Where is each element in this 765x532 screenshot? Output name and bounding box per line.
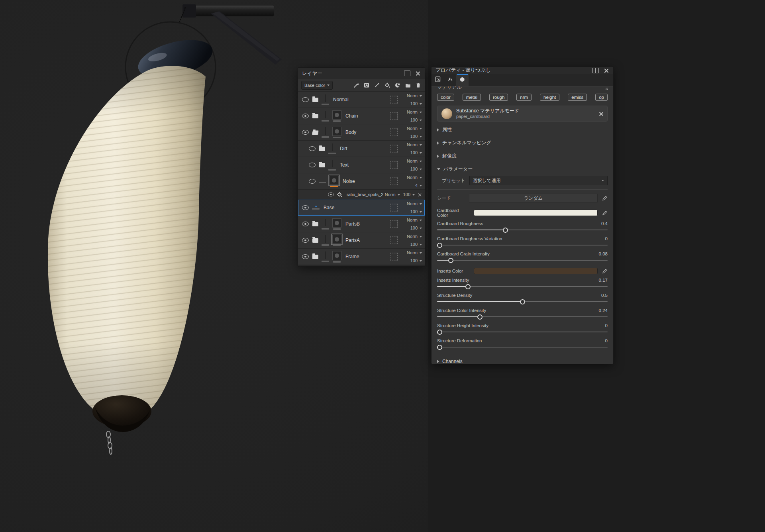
visibility-eye-icon[interactable] xyxy=(328,192,333,196)
visibility-eye-icon[interactable] xyxy=(302,238,309,243)
layer-content-slot[interactable] xyxy=(390,253,398,261)
opacity-dropdown[interactable]: 100 xyxy=(410,209,422,214)
opacity-dropdown[interactable]: 100 xyxy=(410,258,422,263)
slider-handle[interactable] xyxy=(465,284,471,289)
mask-thumbnail[interactable] xyxy=(332,235,341,244)
param-slider[interactable] xyxy=(437,242,608,248)
tab-fill-settings[interactable] xyxy=(432,74,444,86)
slider-handle[interactable] xyxy=(437,243,442,248)
layer-content-slot[interactable] xyxy=(390,129,398,136)
add-folder-icon[interactable] xyxy=(404,82,411,89)
opacity-dropdown[interactable]: 100 xyxy=(410,167,422,171)
layer-row-Base[interactable]: BaseNorm100 xyxy=(298,200,425,216)
opacity-dropdown[interactable]: 100 xyxy=(403,192,415,197)
close-icon[interactable] xyxy=(604,68,609,73)
layer-row-Dirt[interactable]: DirtNorm100 xyxy=(298,141,425,157)
blend-mode-dropdown[interactable]: Norm xyxy=(407,234,422,239)
color-swatch[interactable] xyxy=(474,268,598,274)
visibility-eye-icon[interactable] xyxy=(302,205,309,210)
opacity-dropdown[interactable]: 4 xyxy=(415,183,422,188)
remove-effect-icon[interactable] xyxy=(418,193,422,196)
material-mode-card[interactable]: Substance マテリアルモード paper_cardboard xyxy=(437,106,608,122)
folder-icon[interactable] xyxy=(319,163,325,167)
opacity-dropdown[interactable]: 100 xyxy=(410,150,422,155)
blend-mode-dropdown[interactable]: Norm xyxy=(407,250,422,255)
visibility-eye-icon[interactable] xyxy=(302,114,309,118)
blend-mode-dropdown[interactable]: Norm xyxy=(407,126,422,131)
layer-thumbnail[interactable] xyxy=(325,94,326,102)
channel-chip-nrm[interactable]: nrm xyxy=(516,94,532,101)
layer-thumbnail[interactable] xyxy=(332,143,333,151)
opacity-dropdown[interactable]: 100 xyxy=(410,118,422,122)
paint-brush-icon[interactable] xyxy=(373,82,380,89)
blend-mode-dropdown[interactable]: Norm xyxy=(407,110,422,114)
channel-chip-color[interactable]: color xyxy=(437,94,454,101)
channel-chip-metal[interactable]: metal xyxy=(463,94,481,101)
mask-thumbnail[interactable] xyxy=(332,110,341,120)
visibility-eye-icon[interactable] xyxy=(302,254,309,259)
pencil-icon[interactable] xyxy=(602,210,608,216)
close-icon[interactable] xyxy=(415,71,421,76)
folder-icon[interactable] xyxy=(312,238,318,243)
blend-mode-dropdown[interactable]: Norm xyxy=(407,175,422,180)
delete-trash-icon[interactable] xyxy=(415,82,422,89)
effect-row-ratio_bnw_spots_2[interactable]: ratio_bnw_spots_2Norm100 xyxy=(298,190,425,199)
visibility-eye-icon[interactable] xyxy=(309,163,316,167)
param-slider[interactable] xyxy=(437,344,608,350)
channel-filter-dropdown[interactable]: Base color xyxy=(301,81,333,90)
slider-handle[interactable] xyxy=(520,299,525,304)
preset-select[interactable]: 選択して適用 xyxy=(469,176,608,185)
slider-handle[interactable] xyxy=(477,314,483,320)
fill-bucket-icon[interactable] xyxy=(384,82,390,89)
opacity-dropdown[interactable]: 100 xyxy=(410,134,422,139)
layer-row-PartsA[interactable]: PartsANorm100 xyxy=(298,232,425,248)
layer-content-slot[interactable] xyxy=(390,112,398,120)
visibility-eye-icon[interactable] xyxy=(302,97,309,102)
layer-content-slot[interactable] xyxy=(390,96,398,104)
opacity-dropdown[interactable]: 100 xyxy=(410,226,422,230)
layer-content-slot[interactable] xyxy=(390,204,398,212)
layer-row-PartsB[interactable]: PartsBNorm100 xyxy=(298,216,425,232)
slider-handle[interactable] xyxy=(437,345,442,350)
layer-row-Noise[interactable]: NoiseNorm4 xyxy=(298,173,425,189)
layer-content-slot[interactable] xyxy=(390,161,398,169)
visibility-eye-icon[interactable] xyxy=(302,222,309,226)
param-slider[interactable] xyxy=(437,257,608,263)
layer-row-Normal[interactable]: NormalNorm100 xyxy=(298,92,425,108)
mask-thumbnail[interactable] xyxy=(332,218,341,228)
layer-row-Chain[interactable]: ChainNorm100 xyxy=(298,108,425,124)
section-channel-mapping[interactable]: チャンネルマッピング xyxy=(432,136,613,149)
layer-row-Text[interactable]: TextNorm100 xyxy=(298,157,425,173)
layer-thumbnail[interactable] xyxy=(332,160,333,167)
visibility-eye-icon[interactable] xyxy=(302,130,309,135)
split-window-icon[interactable] xyxy=(404,71,410,76)
mask-thumbnail[interactable] xyxy=(330,176,339,185)
projection-icon[interactable] xyxy=(363,82,370,89)
channel-chip-emiss[interactable]: emiss xyxy=(568,94,587,101)
blend-mode-dropdown[interactable]: Norm xyxy=(407,201,422,206)
blend-mode-dropdown[interactable]: Norm xyxy=(407,93,422,98)
effects-wand-icon[interactable] xyxy=(353,82,359,89)
collapse-all-icon[interactable] xyxy=(604,86,609,90)
param-slider[interactable] xyxy=(437,284,608,289)
seed-random-button[interactable]: ランダム xyxy=(469,194,598,202)
tab-material[interactable] xyxy=(456,74,469,86)
slider-handle[interactable] xyxy=(448,258,453,263)
param-slider[interactable] xyxy=(437,329,608,335)
layer-thumbnail[interactable] xyxy=(325,251,326,259)
param-slider[interactable] xyxy=(437,299,608,304)
pencil-icon[interactable] xyxy=(602,195,608,201)
layer-row-Frame[interactable]: FrameNorm100 xyxy=(298,249,425,265)
visibility-eye-icon[interactable] xyxy=(309,179,316,184)
blend-mode-dropdown[interactable]: Norm xyxy=(407,218,422,222)
blend-mode-dropdown[interactable]: Norm xyxy=(407,142,422,147)
layer-thumbnail[interactable] xyxy=(325,111,326,118)
remove-material-icon[interactable] xyxy=(599,112,603,116)
folder-icon[interactable] xyxy=(312,114,318,118)
opacity-dropdown[interactable]: 100 xyxy=(410,242,422,247)
channel-chip-rough[interactable]: rough xyxy=(489,94,508,101)
section-resolution[interactable]: 解像度 xyxy=(432,149,613,163)
section-attributes[interactable]: 属性 xyxy=(432,123,613,136)
smart-material-icon[interactable] xyxy=(394,82,401,89)
opacity-dropdown[interactable]: 100 xyxy=(410,101,422,106)
